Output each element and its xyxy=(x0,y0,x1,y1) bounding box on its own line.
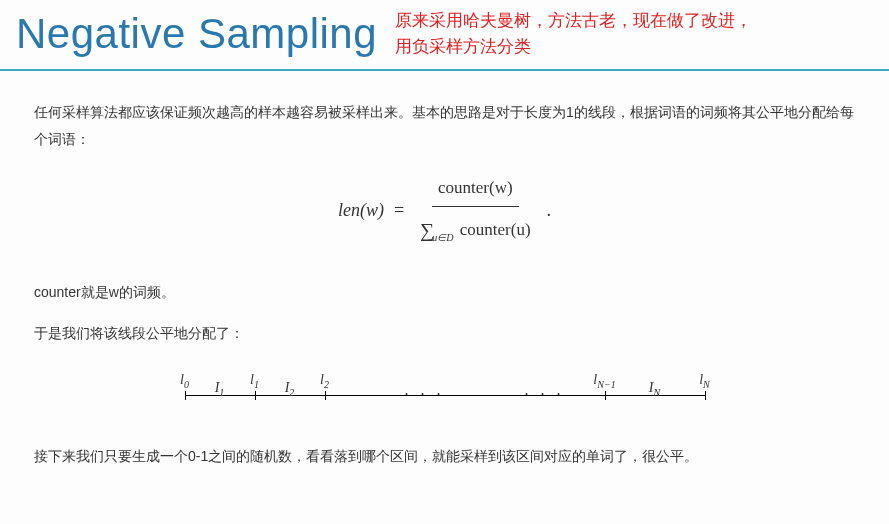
label-l0: l0 xyxy=(180,367,189,394)
label-l1: l1 xyxy=(250,367,259,394)
paragraph-4: 接下来我们只要生成一个0-1之间的随机数，看看落到哪个区间，就能采样到该区间对应… xyxy=(34,443,855,470)
slide-body: 任何采样算法都应该保证频次越高的样本越容易被采样出来。基本的思路是对于长度为1的… xyxy=(0,71,889,469)
label-I2: I2 xyxy=(285,375,295,402)
label-lNm1: lN−1 xyxy=(593,367,615,394)
slide-header: Negative Sampling 原来采用哈夫曼树，方法古老，现在做了改进， … xyxy=(0,0,889,71)
formula-denominator: ∑u∈D counter(u) xyxy=(414,207,537,249)
page-title: Negative Sampling xyxy=(16,10,377,58)
segment-axis xyxy=(185,395,705,396)
ellipsis-1: . . . xyxy=(405,375,445,405)
denom-term: counter(u) xyxy=(460,220,531,239)
formula-block: len(w) = counter(w) ∑u∈D counter(u) . xyxy=(34,170,855,249)
formula-lhs: len(w) xyxy=(338,193,384,227)
paragraph-2: counter就是w的词频。 xyxy=(34,279,855,306)
formula-fraction: counter(w) ∑u∈D counter(u) xyxy=(414,170,537,249)
label-l2: l2 xyxy=(320,367,329,394)
label-IN: IN xyxy=(649,375,660,402)
ellipsis-2: . . . xyxy=(525,375,565,405)
annotation-line-2: 用负采样方法分类 xyxy=(395,34,752,60)
paragraph-3: 于是我们将该线段公平地分配了： xyxy=(34,320,855,347)
formula-dot: . xyxy=(547,193,552,227)
segment-diagram: l0 I1 l1 I2 l2 . . . . . . lN−1 IN lN xyxy=(34,365,855,413)
annotation-line-1: 原来采用哈夫曼树，方法古老，现在做了改进， xyxy=(395,8,752,34)
formula-eq: = xyxy=(394,193,404,227)
label-lN: lN xyxy=(699,367,710,394)
formula-numerator: counter(w) xyxy=(432,170,519,207)
paragraph-1: 任何采样算法都应该保证频次越高的样本越容易被采样出来。基本的思路是对于长度为1的… xyxy=(34,99,855,152)
sum-subscript: u∈D xyxy=(432,232,453,243)
header-annotation: 原来采用哈夫曼树，方法古老，现在做了改进， 用负采样方法分类 xyxy=(395,8,752,59)
label-I1: I1 xyxy=(215,375,225,402)
